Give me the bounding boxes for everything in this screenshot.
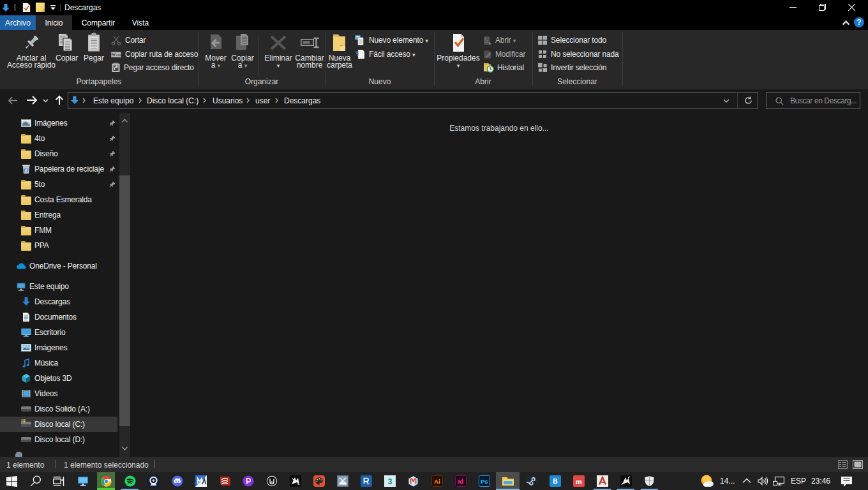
svg-text:Ai: Ai	[434, 478, 440, 485]
svg-text:m: m	[576, 478, 582, 486]
svg-text:B: B	[553, 477, 558, 485]
svg-text:3: 3	[387, 477, 392, 486]
svg-text:Ps: Ps	[480, 478, 488, 485]
svg-text:Id: Id	[458, 478, 463, 485]
svg-text:RVT: RVT	[366, 483, 370, 486]
